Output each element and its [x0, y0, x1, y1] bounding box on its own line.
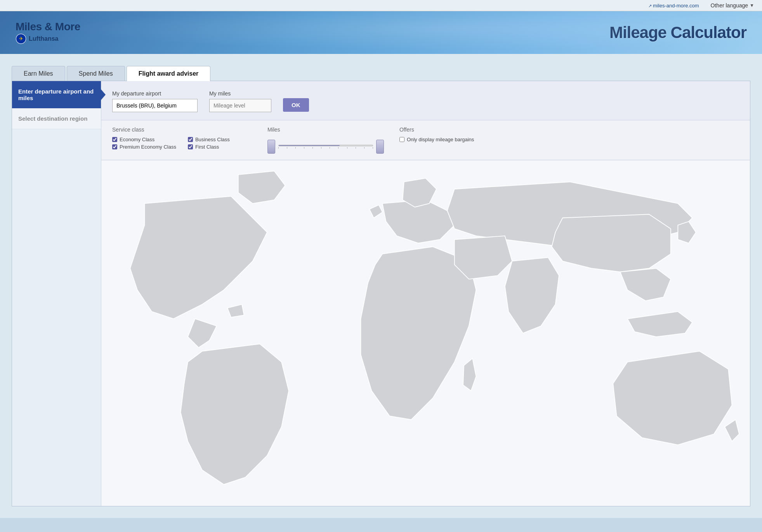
- bargains-label: Only display mileage bargains: [407, 137, 474, 142]
- miles-slider-container: [267, 140, 384, 154]
- bargains-checkbox[interactable]: [399, 137, 404, 142]
- tick: [356, 147, 356, 149]
- sidebar-item-destination[interactable]: Select destination region: [12, 108, 101, 129]
- airport-form-group: My departure airport: [112, 90, 198, 112]
- header: Miles & More ✈ Lufthansa Mileage Calcula…: [0, 11, 762, 54]
- offers-filter-group: Offers Only display mileage bargains: [399, 127, 474, 142]
- tick: [287, 147, 287, 149]
- slider-track[interactable]: [278, 145, 373, 146]
- slider-fill: [279, 145, 340, 146]
- filter-section: Service class Economy Class Business Cla…: [101, 120, 750, 160]
- economy-class-option[interactable]: Economy Class: [112, 137, 176, 142]
- top-bar: miles-and-more.com Other language ▼: [0, 0, 762, 11]
- offers-title: Offers: [399, 127, 474, 133]
- slider-ticks: [278, 147, 373, 149]
- miles-form-group: My miles: [209, 90, 271, 112]
- tab-earn-miles[interactable]: Earn Miles: [12, 66, 65, 81]
- tick: [321, 147, 321, 149]
- tick: [330, 147, 330, 149]
- departure-row: My departure airport My miles OK: [112, 90, 739, 112]
- slider-track-area: [278, 145, 373, 149]
- slider-right-handle[interactable]: [376, 140, 384, 154]
- tick: [278, 147, 279, 149]
- map-area[interactable]: [101, 160, 750, 506]
- sidebar-item-departure[interactable]: Enter departure airport and miles: [12, 81, 101, 108]
- tabs-row: Earn Miles Spend Miles Flight award advi…: [12, 62, 750, 81]
- content-panel: Enter departure airport and miles Select…: [12, 81, 750, 506]
- language-label: Other language: [711, 2, 748, 9]
- tick: [364, 147, 365, 149]
- bargains-option[interactable]: Only display mileage bargains: [399, 137, 474, 142]
- main-content: Earn Miles Spend Miles Flight award advi…: [0, 54, 762, 518]
- tab-flight-award[interactable]: Flight award adviser: [127, 66, 211, 81]
- tick: [347, 147, 347, 149]
- premium-economy-option[interactable]: Premium Economy Class: [112, 144, 176, 150]
- tick: [295, 147, 296, 149]
- sidebar-departure-label: Enter departure airport and miles: [18, 88, 94, 101]
- tab-spend-miles[interactable]: Spend Miles: [67, 66, 125, 81]
- brand-name: Miles & More: [16, 21, 80, 33]
- business-checkbox[interactable]: [188, 137, 193, 142]
- tick: [312, 147, 313, 149]
- chevron-down-icon: ▼: [750, 3, 754, 8]
- service-class-group: Service class Economy Class Business Cla…: [112, 127, 252, 150]
- tick: [338, 147, 338, 149]
- page-title: Mileage Calculator: [609, 23, 746, 42]
- sidebar-destination-label: Select destination region: [18, 115, 87, 122]
- first-class-option[interactable]: First Class: [188, 144, 252, 150]
- first-checkbox[interactable]: [188, 144, 193, 149]
- miles-filter-title: Miles: [267, 127, 384, 133]
- tab-list: Earn Miles Spend Miles Flight award advi…: [12, 66, 212, 81]
- website-link[interactable]: miles-and-more.com: [648, 3, 699, 9]
- right-panel: My departure airport My miles OK Service…: [101, 81, 750, 506]
- slider-left-handle[interactable]: [267, 140, 275, 154]
- premium-checkbox[interactable]: [112, 144, 117, 149]
- business-class-option[interactable]: Business Class: [188, 137, 252, 142]
- first-label: First Class: [195, 144, 219, 150]
- lufthansa-crane-icon: ✈: [16, 33, 26, 44]
- ok-button[interactable]: OK: [283, 98, 309, 112]
- service-class-options: Economy Class Business Class Premium Eco…: [112, 137, 252, 150]
- departure-section: My departure airport My miles OK: [101, 81, 750, 120]
- premium-label: Premium Economy Class: [120, 144, 176, 150]
- sidebar: Enter departure airport and miles Select…: [12, 81, 101, 506]
- tick: [304, 147, 304, 149]
- service-class-title: Service class: [112, 127, 252, 133]
- svg-text:✈: ✈: [19, 36, 23, 42]
- economy-label: Economy Class: [120, 137, 154, 142]
- miles-input[interactable]: [209, 99, 271, 112]
- airport-label: My departure airport: [112, 90, 198, 97]
- economy-checkbox[interactable]: [112, 137, 117, 142]
- world-map[interactable]: [101, 160, 750, 506]
- miles-filter-group: Miles: [267, 127, 384, 154]
- business-label: Business Class: [195, 137, 230, 142]
- language-selector[interactable]: Other language ▼: [711, 2, 754, 9]
- logo-sub: ✈ Lufthansa: [16, 33, 58, 44]
- tick: [373, 147, 373, 149]
- miles-label: My miles: [209, 90, 271, 97]
- airport-input[interactable]: [112, 99, 198, 112]
- brand-sub: Lufthansa: [29, 35, 58, 42]
- logo-area: Miles & More ✈ Lufthansa: [16, 21, 80, 45]
